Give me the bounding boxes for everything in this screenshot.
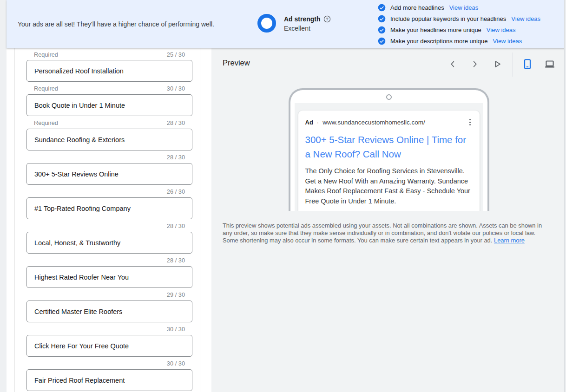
char-count: 28 / 30 [167, 223, 185, 229]
phone-screen: Ad · www.sundancecustomhomesllc.com/ 300… [295, 103, 483, 211]
header-divider [513, 52, 513, 77]
ad-strength-block: Ad strength ? Excellent [257, 14, 331, 33]
play-preview-button[interactable] [488, 55, 507, 73]
ad-description: The Only Choice for Roofing Services in … [305, 166, 473, 206]
ad-strength-ring-icon [257, 14, 276, 33]
required-label: Required [34, 52, 58, 58]
headline-input-box [26, 335, 192, 357]
char-count: 25 / 30 [167, 52, 185, 58]
preview-title: Preview [223, 59, 250, 67]
smartphone-icon [521, 58, 533, 70]
headline-input[interactable] [27, 301, 192, 322]
field-helper: 30 / 30 [26, 322, 192, 335]
headline-field-group: 29 / 30 [26, 266, 192, 301]
phone-camera-dot [386, 94, 392, 100]
kebab-menu-icon[interactable] [467, 118, 473, 126]
headline-field-group: 30 / 30 [26, 335, 192, 369]
view-ideas-link[interactable]: View ideas [493, 38, 522, 45]
headline-input-box [26, 60, 192, 82]
suggestion-row: Add more headlines View ideas [378, 2, 540, 13]
suggestion-list: Add more headlines View ideas Include po… [378, 2, 540, 46]
panel-divider [200, 48, 200, 392]
field-helper: 28 / 30 [26, 219, 192, 232]
chevron-left-icon [448, 59, 458, 69]
headline-editor-panel: Required 25 / 30 Required 30 / 30 Requir… [7, 48, 211, 392]
preview-panel: Preview [211, 48, 566, 392]
char-count: 30 / 30 [167, 326, 185, 332]
headline-field-group [26, 369, 192, 392]
phone-preview-viewport: Ad · www.sundancecustomhomesllc.com/ 300… [211, 88, 566, 211]
suggestion-row: Make your descriptions more unique View … [378, 35, 540, 46]
char-count: 30 / 30 [167, 360, 185, 366]
headline-field-group: Required 30 / 30 [26, 60, 192, 94]
ad-separator: · [317, 119, 319, 126]
ad-strength-value: Excellent [284, 25, 331, 32]
check-circle-icon [378, 26, 386, 34]
ad-headline-link[interactable]: 300+ 5-Star Reviews Online | Time for a … [305, 132, 473, 161]
previous-ad-button[interactable] [443, 55, 462, 73]
char-count: 30 / 30 [167, 85, 185, 91]
char-count: 28 / 30 [167, 120, 185, 126]
suggestion-label: Add more headlines [390, 4, 444, 11]
headline-input[interactable] [27, 95, 192, 116]
suggestion-label: Make your headlines more unique [390, 26, 481, 33]
chevron-right-icon [470, 59, 480, 69]
headline-field-group: 30 / 30 [26, 301, 192, 335]
preview-disclaimer: This preview shows potential ads assembl… [223, 222, 550, 244]
headline-input[interactable] [27, 198, 192, 219]
headline-input-box [26, 266, 192, 288]
headline-input-box [26, 301, 192, 322]
help-icon[interactable]: ? [323, 15, 331, 23]
headline-input[interactable] [27, 335, 192, 356]
laptop-icon [544, 58, 556, 70]
headline-input-box [26, 369, 192, 391]
headline-field-group: 28 / 30 [26, 129, 192, 163]
headline-input-box [26, 163, 192, 185]
headline-input[interactable] [27, 267, 192, 287]
panel-divider [14, 48, 15, 392]
char-count: 28 / 30 [167, 257, 185, 263]
char-count: 28 / 30 [167, 154, 185, 160]
field-helper: Required 28 / 30 [26, 116, 192, 129]
required-label: Required [34, 120, 58, 126]
phone-frame: Ad · www.sundancecustomhomesllc.com/ 300… [289, 88, 489, 211]
mobile-preview-button[interactable] [518, 55, 537, 73]
desktop-preview-button[interactable] [540, 55, 559, 73]
check-circle-icon [378, 37, 386, 45]
headline-input-box [26, 94, 192, 116]
svg-text:?: ? [326, 17, 329, 21]
headline-input[interactable] [27, 163, 192, 184]
window-scrollbar[interactable] [564, 0, 566, 392]
suggestion-label: Include popular keywords in your headlin… [390, 15, 506, 22]
headline-input[interactable] [27, 232, 192, 253]
ad-badge: Ad [305, 119, 313, 126]
headline-input-box [26, 129, 192, 150]
ad-strength-label: Ad strength [284, 15, 321, 23]
char-count: 29 / 30 [167, 292, 185, 298]
field-helper: Required 25 / 30 [26, 48, 192, 60]
headline-input[interactable] [27, 60, 192, 81]
headline-input-box [26, 197, 192, 219]
headline-input-box [26, 232, 192, 254]
view-ideas-link[interactable]: View ideas [487, 26, 516, 33]
learn-more-link[interactable]: Learn more [494, 237, 525, 244]
ad-display-url: www.sundancecustomhomesllc.com/ [322, 119, 425, 126]
suggestion-label: Make your descriptions more unique [390, 38, 488, 45]
headline-input[interactable] [27, 129, 192, 150]
check-circle-icon [378, 4, 386, 12]
required-label: Required [34, 85, 58, 91]
headline-field-group: 28 / 30 [26, 232, 192, 266]
field-helper: 30 / 30 [26, 357, 192, 369]
next-ad-button[interactable] [466, 55, 484, 73]
headline-field-group: 26 / 30 [26, 163, 192, 197]
ad-strength-banner: Your ads are all set! They'll have a hig… [7, 0, 566, 48]
suggestion-row: Include popular keywords in your headlin… [378, 13, 540, 24]
check-circle-icon [378, 15, 386, 23]
google-ads-editor-page: { "banner": { "message": "Your ads are a… [0, 0, 566, 392]
view-ideas-link[interactable]: View ideas [449, 4, 479, 11]
view-ideas-link[interactable]: View ideas [511, 15, 540, 22]
headline-field-group: Required 28 / 30 [26, 94, 192, 129]
play-icon [492, 59, 502, 69]
headline-input[interactable] [27, 370, 192, 391]
char-count: 26 / 30 [167, 189, 185, 195]
